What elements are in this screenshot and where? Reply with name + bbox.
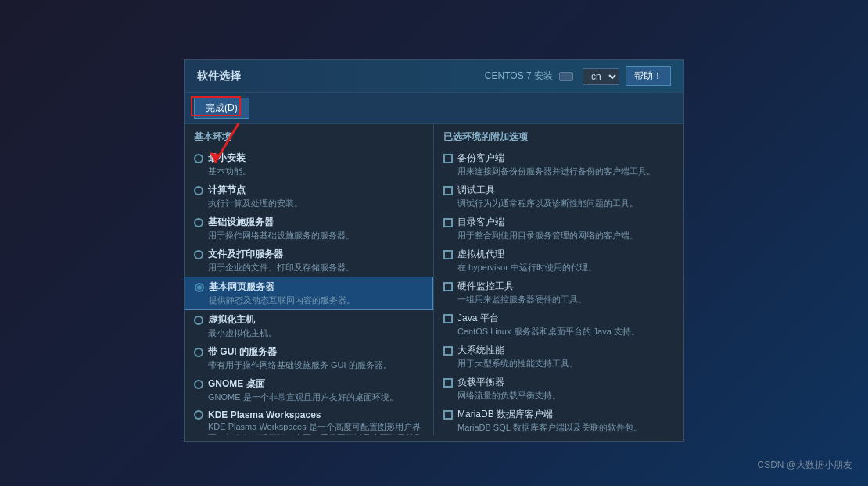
addon-name-large-sys: 大系统性能 (457, 344, 504, 357)
addon-item-debug[interactable]: 调试工具调试行为为通常程序以及诊断性能问题的工具。 (434, 180, 683, 213)
radio-web[interactable] (195, 283, 204, 292)
checkbox-debug[interactable] (443, 186, 453, 195)
addon-desc-mariadb-client: MariaDB SQL 数据库客户端以及关联的软件包。 (457, 422, 674, 434)
window-right-area: CENTOS 7 安装 cn 帮助！ (485, 66, 671, 86)
env-desc-web: 提供静态及动态互联网内容的服务器。 (209, 295, 423, 306)
env-item-header-kde: KDE Plasma Workspaces (194, 409, 424, 420)
env-name-web: 基本网页服务器 (209, 281, 274, 294)
addon-item-java[interactable]: Java 平台CentOS Linux 服务器和桌面平台的 Java 支持。 (434, 309, 683, 341)
addon-list: 备份客户端用来连接到备份份服务器并进行备份的客户端工具。调试工具调试行为为通常程… (434, 148, 683, 435)
right-panel: 已选环境的附加选项 备份客户端用来连接到备份份服务器并进行备份的客户端工具。调试… (434, 124, 683, 435)
env-item-header-gnome: GNOME 桌面 (194, 377, 424, 391)
radio-minimal[interactable] (194, 154, 203, 163)
centos-label: CENTOS 7 安装 (485, 70, 553, 83)
help-button[interactable]: 帮助！ (626, 66, 671, 86)
env-item-header-fileprint: 文件及打印服务器 (194, 248, 424, 261)
addon-item-hw-monitor[interactable]: 硬件监控工具一组用来监控服务器硬件的工具。 (434, 277, 683, 309)
addon-desc-java: CentOS Linux 服务器和桌面平台的 Java 支持。 (457, 326, 674, 338)
radio-fileprint[interactable] (194, 250, 203, 259)
addon-item-large-sys[interactable]: 大系统性能用于大型系统的性能支持工具。 (434, 341, 683, 373)
addon-desc-hw-monitor: 一组用来监控服务器硬件的工具。 (457, 294, 674, 306)
outer-background: 软件选择 CENTOS 7 安装 cn 帮助！ 完成(D) (0, 0, 868, 486)
env-item-compute[interactable]: 计算节点执行计算及处理的安装。 (185, 180, 433, 213)
lang-select[interactable]: cn (583, 68, 619, 85)
addon-desc-load-balancer: 网络流量的负载平衡支持。 (457, 390, 674, 402)
addon-name-debug: 调试工具 (457, 184, 495, 197)
env-item-header-infra: 基础设施服务器 (194, 216, 424, 229)
env-item-infra[interactable]: 基础设施服务器用于操作网络基础设施服务的服务器。 (185, 213, 433, 245)
env-item-header-compute: 计算节点 (194, 184, 424, 197)
env-desc-infra: 用于操作网络基础设施服务的服务器。 (208, 230, 424, 241)
right-panel-title: 已选环境的附加选项 (434, 127, 683, 148)
env-item-header-web: 基本网页服务器 (195, 281, 423, 294)
radio-virt[interactable] (194, 316, 203, 325)
env-name-infra: 基础设施服务器 (208, 216, 274, 229)
addon-item-backup-client[interactable]: 备份客户端用来连接到备份份服务器并进行备份的客户端工具。 (434, 148, 683, 180)
radio-kde[interactable] (194, 410, 203, 420)
addon-desc-debug: 调试行为为通常程序以及诊断性能问题的工具。 (457, 198, 674, 209)
env-name-minimal: 最小安装 (208, 152, 246, 165)
env-name-compute: 计算节点 (208, 184, 246, 197)
radio-gnome[interactable] (194, 380, 203, 389)
env-desc-gui-server: 带有用于操作网络基础设施服务 GUI 的服务器。 (208, 359, 424, 371)
addon-desc-backup-client: 用来连接到备份份服务器并进行备份的客户端工具。 (457, 166, 674, 177)
addon-item-load-balancer[interactable]: 负载平衡器网络流量的负载平衡支持。 (434, 373, 683, 405)
addon-name-mariadb-client: MariaDB 数据库客户端 (457, 408, 553, 421)
addon-item-hypervisor[interactable]: 虚拟机代理在 hypervisor 中运行时使用的代理。 (434, 245, 683, 277)
window-header: 软件选择 CENTOS 7 安装 cn 帮助！ (185, 60, 683, 93)
env-name-virt: 虚拟化主机 (208, 313, 255, 327)
addon-name-java: Java 平台 (457, 312, 499, 325)
env-desc-minimal: 基本功能。 (208, 166, 424, 177)
addon-desc-large-sys: 用于大型系统的性能支持工具。 (457, 358, 674, 370)
env-item-gnome[interactable]: GNOME 桌面GNOME 是一个非常直观且用户友好的桌面环境。 (185, 374, 433, 406)
addon-header-mariadb-client: MariaDB 数据库客户端 (443, 408, 674, 421)
env-desc-gnome: GNOME 是一个非常直观且用户友好的桌面环境。 (208, 391, 424, 403)
content-area: 基本环境 最小安装基本功能。计算节点执行计算及处理的安装。基础设施服务器用于操作… (185, 124, 683, 435)
env-item-header-gui-server: 带 GUI 的服务器 (194, 345, 424, 359)
addon-header-large-sys: 大系统性能 (443, 344, 674, 357)
env-name-gui-server: 带 GUI 的服务器 (208, 345, 277, 359)
addon-header-java: Java 平台 (443, 312, 674, 325)
checkbox-load-balancer[interactable] (443, 378, 453, 388)
radio-compute[interactable] (194, 186, 203, 195)
done-button[interactable]: 完成(D) (194, 98, 249, 119)
addon-item-dir-client[interactable]: 目录客户端用于整合到使用目录服务管理的网络的客户端。 (434, 213, 683, 245)
addon-header-load-balancer: 负载平衡器 (443, 376, 674, 389)
checkbox-hw-monitor[interactable] (443, 282, 453, 291)
addon-header-hw-monitor: 硬件监控工具 (443, 280, 674, 293)
checkbox-java[interactable] (443, 314, 453, 323)
addon-item-mariadb-client[interactable]: MariaDB 数据库客户端MariaDB SQL 数据库客户端以及关联的软件包… (434, 405, 683, 435)
env-item-gui-server[interactable]: 带 GUI 的服务器带有用于操作网络基础设施服务 GUI 的服务器。 (185, 342, 433, 374)
env-name-fileprint: 文件及打印服务器 (208, 248, 283, 261)
env-item-web[interactable]: 基本网页服务器提供静态及动态互联网内容的服务器。 (185, 277, 433, 310)
addon-desc-hypervisor: 在 hypervisor 中运行时使用的代理。 (457, 262, 674, 273)
keyboard-icon (559, 72, 573, 81)
left-panel: 基本环境 最小安装基本功能。计算节点执行计算及处理的安装。基础设施服务器用于操作… (185, 124, 434, 435)
toolbar: 完成(D) (185, 93, 683, 124)
radio-infra[interactable] (194, 218, 203, 227)
checkbox-dir-client[interactable] (443, 218, 453, 227)
env-item-minimal[interactable]: 最小安装基本功能。 (185, 148, 433, 180)
environment-list: 最小安装基本功能。计算节点执行计算及处理的安装。基础设施服务器用于操作网络基础设… (185, 148, 433, 435)
checkbox-mariadb-client[interactable] (443, 410, 453, 420)
addon-desc-dir-client: 用于整合到使用目录服务管理的网络的客户端。 (457, 230, 674, 241)
env-item-virt[interactable]: 虚拟化主机最小虚拟化主机。 (185, 310, 433, 342)
env-item-header-virt: 虚拟化主机 (194, 313, 424, 327)
addon-name-hw-monitor: 硬件监控工具 (457, 280, 514, 293)
addon-header-debug: 调试工具 (443, 184, 674, 197)
radio-gui-server[interactable] (194, 348, 203, 357)
env-desc-virt: 最小虚拟化主机。 (208, 327, 424, 339)
window-title: 软件选择 (197, 70, 241, 84)
checkbox-backup-client[interactable] (443, 154, 453, 163)
addon-header-backup-client: 备份客户端 (443, 152, 674, 165)
checkbox-hypervisor[interactable] (443, 250, 453, 259)
checkbox-large-sys[interactable] (443, 346, 453, 356)
software-selection-window: 软件选择 CENTOS 7 安装 cn 帮助！ 完成(D) (184, 59, 684, 442)
env-name-kde: KDE Plasma Workspaces (208, 409, 321, 420)
env-item-fileprint[interactable]: 文件及打印服务器用于企业的文件、打印及存储服务器。 (185, 245, 433, 277)
watermark: CSDN @大数据小朋友 (757, 459, 852, 472)
addon-name-dir-client: 目录客户端 (457, 216, 504, 229)
env-item-kde[interactable]: KDE Plasma WorkspacesKDE Plasma Workspac… (185, 406, 433, 435)
addon-name-hypervisor: 虚拟机代理 (457, 248, 504, 261)
left-panel-title: 基本环境 (185, 127, 433, 148)
